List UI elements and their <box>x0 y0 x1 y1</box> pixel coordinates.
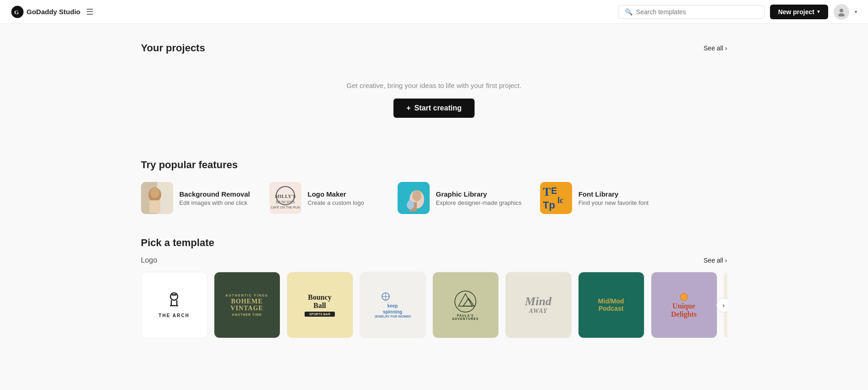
background-removal-desc: Edit images with one click <box>180 199 250 206</box>
template-mind-away[interactable]: Mind AWAY <box>505 272 572 338</box>
font-library-image: T E Tp lc <box>540 182 572 214</box>
svg-text:MUNCHIES: MUNCHIES <box>276 200 295 204</box>
template-bouncy-ball[interactable]: BouncyBall SPORTS BAR <box>287 272 353 338</box>
template-ks-inner: keepspinning JEWELRY FOR WOMEN <box>370 272 415 338</box>
new-project-button[interactable]: New project ▾ <box>770 5 828 19</box>
avatar-chevron-icon[interactable]: ▾ <box>855 9 857 14</box>
search-input[interactable] <box>636 8 758 16</box>
template-arch-inner: THE ARCH <box>154 272 194 338</box>
template-bouncy-inner: BouncyBall SPORTS BAR <box>300 272 339 338</box>
new-project-label: New project <box>778 8 814 16</box>
see-all-label: See all <box>704 44 723 52</box>
templates-row: THE ARCH AUTHENTIC FINDS BOHEMEVINTAGE A… <box>141 272 727 338</box>
projects-header: Your projects See all › <box>141 42 727 54</box>
empty-projects-text: Get creative, bring your ideas to life w… <box>347 82 522 89</box>
feature-font-library[interactable]: T E Tp lc Font Library Find your new fav… <box>540 182 650 214</box>
templates-see-all-text: See all <box>704 257 723 264</box>
ks-main-text: keepspinning <box>383 303 402 315</box>
feature-background-removal[interactable]: Background Removal Edit images with one … <box>141 182 251 214</box>
logo-maker-text: Logo Maker Create a custom logo <box>308 190 365 206</box>
your-projects-section: Your projects See all › Get creative, br… <box>141 42 727 136</box>
godaddy-logo-icon: G <box>11 5 24 18</box>
svg-point-3 <box>838 13 845 16</box>
template-paulas-adventures[interactable]: PAULA'SADVENTURES <box>432 272 499 338</box>
template-boheme-vintage[interactable]: AUTHENTIC FINDS BOHEMEVINTAGE ANOTHER TI… <box>214 272 280 338</box>
template-the-arch[interactable]: THE ARCH <box>141 272 207 338</box>
start-creating-button[interactable]: + Start creating <box>393 99 474 118</box>
logo-maker-desc: Create a custom logo <box>308 199 365 206</box>
plus-icon: + <box>406 104 410 112</box>
arch-logo-icon <box>165 292 183 310</box>
svg-point-35 <box>680 293 688 301</box>
templates-section: Pick a template Logo See all › <box>141 237 727 338</box>
paulas-mountain-icon <box>454 290 477 313</box>
svg-text:T: T <box>543 185 551 198</box>
template-unique-delights[interactable]: UniqueDelights <box>651 272 717 338</box>
template-pa-inner: PAULA'SADVENTURES <box>448 272 483 338</box>
graphic-library-desc: Explore designer-made graphics <box>436 199 522 206</box>
navbar-right: 🔍 New project ▾ ▾ <box>618 4 857 20</box>
template-ud-inner: UniqueDelights <box>666 272 701 338</box>
logo[interactable]: G GoDaddy Studio <box>11 5 81 18</box>
template-mid-mod-podcast[interactable]: Mid/ModPodcast <box>578 272 644 338</box>
template-ma-inner: Mind AWAY <box>520 272 556 338</box>
svg-point-7 <box>150 188 159 198</box>
background-removal-text: Background Removal Edit images with one … <box>180 190 250 206</box>
avatar[interactable] <box>834 4 849 20</box>
graphic-library-thumbnail <box>398 182 430 214</box>
hamburger-menu-icon[interactable]: ☰ <box>86 7 93 17</box>
template-keep-spinning[interactable]: keepspinning JEWELRY FOR WOMEN <box>360 272 426 338</box>
boheme-main-text: BOHEMEVINTAGE <box>230 298 263 312</box>
search-icon: 🔍 <box>625 8 633 16</box>
svg-rect-24 <box>172 294 176 296</box>
svg-text:E: E <box>551 186 557 196</box>
svg-point-25 <box>170 293 178 300</box>
bouncy-sub-bar: SPORTS BAR <box>305 312 335 317</box>
templates-next-arrow[interactable]: › <box>716 298 727 313</box>
svg-point-18 <box>407 200 414 209</box>
chevron-right-icon: › <box>725 44 727 52</box>
svg-text:Tp: Tp <box>543 199 555 211</box>
templates-see-all-link[interactable]: See all › <box>704 257 727 264</box>
svg-point-16 <box>412 190 421 201</box>
empty-projects-area: Get creative, bring your ideas to life w… <box>141 63 727 136</box>
templates-title: Pick a template <box>141 237 727 249</box>
graphic-library-image <box>398 182 430 214</box>
chevron-right-icon-templates: › <box>725 257 727 264</box>
font-library-desc: Find your new favorite font <box>579 199 649 206</box>
brand-name: GoDaddy Studio <box>27 8 81 16</box>
ks-sub-text: JEWELRY FOR WOMEN <box>374 315 411 318</box>
feature-graphic-library[interactable]: Graphic Library Explore designer-made gr… <box>398 182 522 214</box>
template-mm-inner: Mid/ModPodcast <box>594 272 629 338</box>
svg-rect-8 <box>149 200 160 213</box>
svg-marker-33 <box>459 294 472 306</box>
mind-text: Mind <box>525 296 551 308</box>
keep-spinning-logo-icon <box>381 292 404 301</box>
logo-maker-image: MILLY'S MUNCHIES CAFÉ ON THE RUN <box>269 182 301 214</box>
away-text: AWAY <box>529 308 548 315</box>
arch-label: THE ARCH <box>158 313 189 318</box>
popular-features-section: Try popular features Background Removal … <box>141 159 727 214</box>
navbar: G GoDaddy Studio ☰ 🔍 New project ▾ ▾ <box>0 0 868 24</box>
template-boheme-inner: AUTHENTIC FINDS BOHEMEVINTAGE ANOTHER TI… <box>221 272 273 338</box>
feature-logo-maker[interactable]: MILLY'S MUNCHIES CAFÉ ON THE RUN Logo Ma… <box>269 182 379 214</box>
projects-title: Your projects <box>141 42 205 54</box>
logo-maker-title: Logo Maker <box>308 190 365 198</box>
background-removal-title: Background Removal <box>180 190 250 198</box>
template-category-label: Logo <box>141 256 158 264</box>
boheme-top-text: AUTHENTIC FINDS <box>225 294 268 297</box>
font-library-title: Font Library <box>579 190 649 198</box>
svg-text:G: G <box>14 9 19 16</box>
ud-main-text: UniqueDelights <box>671 302 697 318</box>
projects-see-all-link[interactable]: See all › <box>704 44 727 52</box>
svg-text:MILLY'S: MILLY'S <box>275 193 295 199</box>
graphic-library-title: Graphic Library <box>436 190 522 198</box>
font-library-text: Font Library Find your new favorite font <box>579 190 649 206</box>
search-box[interactable]: 🔍 <box>618 5 764 19</box>
unique-sun-icon <box>677 292 691 302</box>
user-icon <box>837 7 846 16</box>
chevron-down-icon: ▾ <box>817 9 820 15</box>
svg-text:lc: lc <box>557 196 563 205</box>
svg-text:CAFÉ ON THE RUN: CAFÉ ON THE RUN <box>270 205 300 209</box>
background-removal-image <box>141 182 173 214</box>
